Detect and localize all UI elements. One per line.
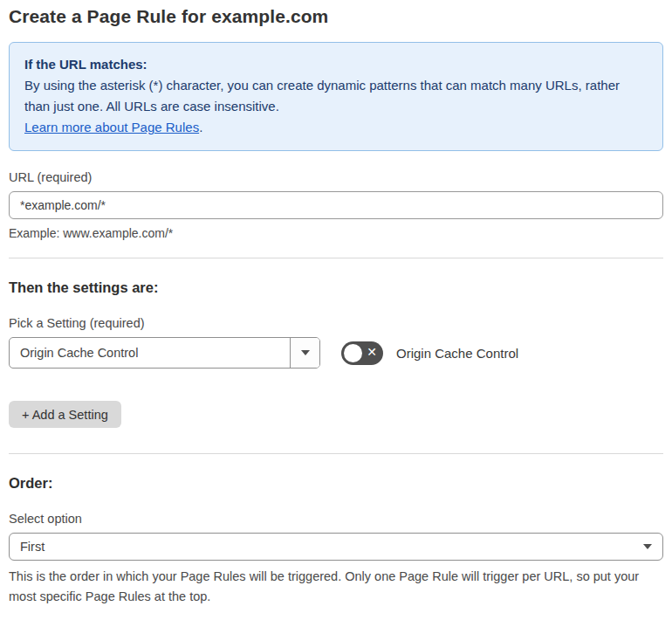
toggle-knob (344, 344, 362, 362)
url-example-hint: Example: www.example.com/* (9, 226, 663, 240)
order-help-text: This is the order in which your Page Rul… (9, 567, 663, 607)
order-section-heading: Order: (9, 475, 663, 492)
order-select-label: Select option (9, 512, 663, 526)
url-field-label: URL (required) (9, 170, 663, 184)
learn-more-link[interactable]: Learn more about Page Rules (24, 120, 199, 134)
info-box-heading: If the URL matches: (24, 54, 648, 75)
divider (9, 453, 663, 454)
page-title: Create a Page Rule for example.com (9, 6, 663, 27)
order-select-value: First (20, 540, 45, 554)
settings-section-heading: Then the settings are: (9, 279, 663, 296)
divider (9, 258, 663, 258)
order-select[interactable]: First (9, 533, 663, 561)
setting-select-arrow-button[interactable] (290, 338, 319, 368)
chevron-down-icon (643, 544, 652, 549)
setting-select-value: Origin Cache Control (10, 338, 290, 368)
origin-cache-control-toggle[interactable]: ✕ (341, 341, 383, 365)
toggle-off-x-icon: ✕ (367, 346, 377, 358)
chevron-down-icon (301, 350, 310, 355)
pick-setting-label: Pick a Setting (required) (9, 316, 663, 330)
url-match-info-box: If the URL matches: By using the asteris… (9, 42, 663, 151)
create-page-rule-form: Create a Page Rule for example.com If th… (0, 0, 672, 620)
toggle-label: Origin Cache Control (396, 346, 518, 361)
link-suffix: . (199, 120, 202, 134)
setting-row: Origin Cache Control ✕ Origin Cache Cont… (9, 337, 663, 369)
setting-select[interactable]: Origin Cache Control (9, 337, 320, 369)
info-box-body: By using the asterisk (*) character, you… (24, 75, 648, 117)
add-setting-button[interactable]: + Add a Setting (9, 401, 121, 428)
info-box-link-line: Learn more about Page Rules. (24, 117, 648, 138)
url-input[interactable] (9, 191, 663, 219)
